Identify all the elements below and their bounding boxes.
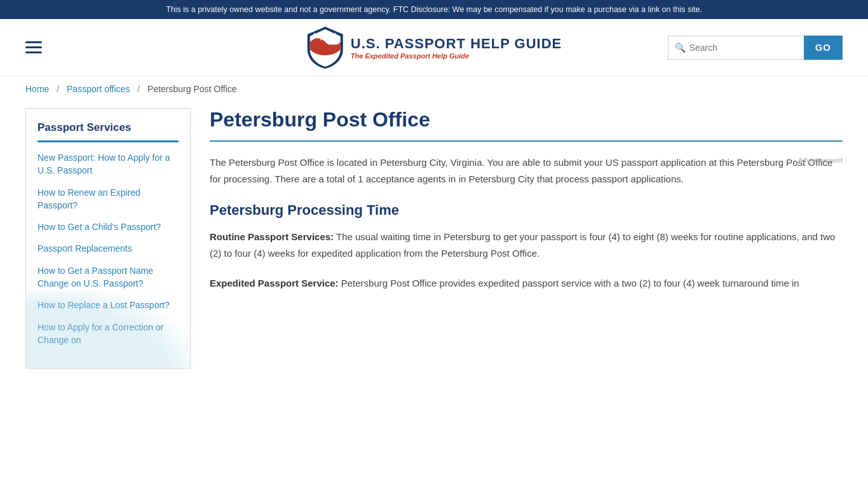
content-area: Petersburg Post Office Advertisement The… — [210, 108, 843, 369]
routine-label: Routine Passport Services: — [210, 231, 334, 242]
sidebar: Passport Services New Passport: How to A… — [25, 108, 191, 369]
search-icon: 🔍 — [675, 43, 686, 53]
section1-title: Petersburg Processing Time — [210, 202, 843, 219]
main-layout: Passport Services New Passport: How to A… — [0, 102, 868, 394]
header-left — [25, 41, 42, 53]
intro-paragraph: Advertisement The Petersburg Post Office… — [210, 154, 843, 187]
logo-link[interactable]: ✈ ★ ★ ★ ★ ★ U.S. PASSPORT HELP GUIDE The… — [306, 25, 562, 70]
expedited-label: Expedited Passport Service: — [210, 278, 339, 288]
sidebar-link-lost[interactable]: How to Replace a Lost Passport? — [37, 299, 179, 311]
logo-text: U.S. PASSPORT HELP GUIDE The Expedited P… — [351, 36, 562, 60]
breadcrumb-sep-2: / — [137, 84, 140, 94]
search-box: 🔍 — [668, 36, 804, 60]
sidebar-link-correction[interactable]: How to Apply for a Correction or Change … — [37, 321, 179, 347]
section1-routine: Routine Passport Services: The usual wai… — [210, 229, 843, 262]
breadcrumb-current: Petersburg Post Office — [147, 84, 237, 94]
logo-shield-icon: ✈ ★ ★ ★ ★ ★ — [306, 25, 344, 70]
svg-text:★ ★ ★ ★ ★: ★ ★ ★ ★ ★ — [313, 32, 337, 36]
expedited-text: Petersburg Post Office provides expedite… — [339, 278, 799, 288]
logo-title: U.S. PASSPORT HELP GUIDE — [351, 36, 562, 52]
breadcrumb-sep-1: / — [57, 84, 59, 94]
sidebar-link-renew[interactable]: How to Renew an Expired Passport? — [37, 186, 179, 212]
sidebar-link-name-change[interactable]: How to Get a Passport Name Change on U.S… — [37, 264, 179, 290]
search-go-button[interactable]: GO — [804, 36, 843, 60]
top-banner-text: This is a privately owned website and no… — [166, 5, 702, 14]
breadcrumb-home[interactable]: Home — [25, 84, 49, 94]
sidebar-link-child[interactable]: How to Get a Child's Passport? — [37, 220, 179, 233]
breadcrumb: Home / Passport offices / Petersburg Pos… — [0, 76, 868, 102]
page-title: Petersburg Post Office — [210, 108, 843, 142]
menu-button[interactable] — [25, 41, 42, 53]
logo-subtitle: The Expedited Passport Help Guide — [351, 52, 562, 60]
sidebar-link-replacements[interactable]: Passport Replacements — [37, 242, 179, 255]
top-banner: This is a privately owned website and no… — [0, 0, 868, 19]
search-input[interactable] — [689, 43, 797, 53]
intro-text-content: The Petersburg Post Office is located in… — [210, 157, 832, 184]
header: ✈ ★ ★ ★ ★ ★ U.S. PASSPORT HELP GUIDE The… — [0, 19, 868, 76]
sidebar-title: Passport Services — [37, 121, 179, 142]
section1-expedited: Expedited Passport Service: Petersburg P… — [210, 275, 843, 292]
ad-label: Advertisement — [798, 154, 843, 166]
search-area: 🔍 GO — [668, 36, 843, 60]
breadcrumb-passport-offices[interactable]: Passport offices — [67, 84, 130, 94]
sidebar-link-new-passport[interactable]: New Passport: How to Apply for a U.S. Pa… — [37, 151, 179, 177]
